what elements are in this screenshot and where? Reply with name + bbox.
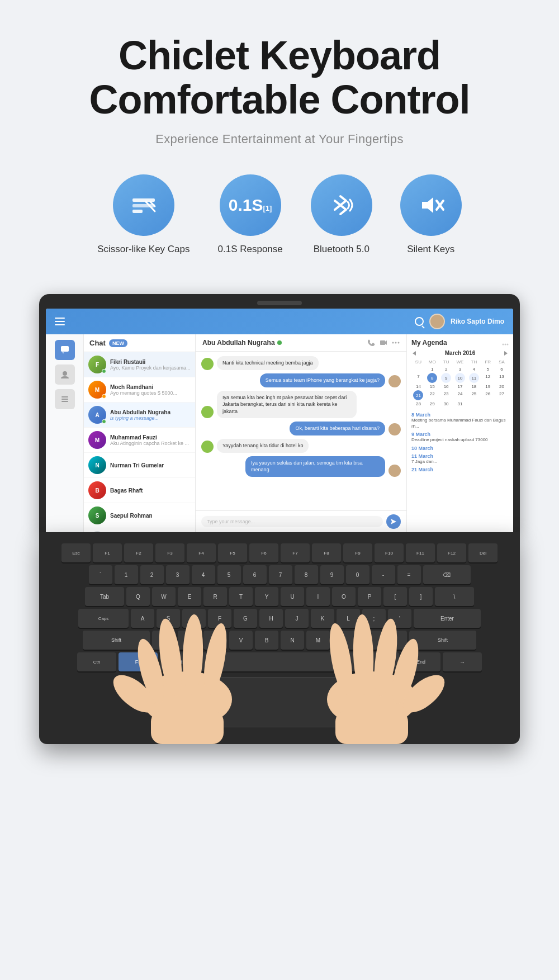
cal-d-4[interactable]: 3 xyxy=(453,366,467,373)
key-f11[interactable]: F11 xyxy=(406,543,435,562)
key-backtick[interactable]: ` xyxy=(89,565,112,584)
key-k[interactable]: K xyxy=(311,609,334,628)
key-f10[interactable]: F10 xyxy=(375,543,404,562)
key-shift-right[interactable]: Shift xyxy=(409,631,476,650)
cal-d-2[interactable]: 1 xyxy=(425,366,439,373)
key-semicolon[interactable]: ; xyxy=(362,609,386,628)
key-backspace[interactable]: ⌫ xyxy=(423,565,471,584)
key-f7[interactable]: F7 xyxy=(281,543,310,562)
chat-item-2[interactable]: M Moch Ramdhani Ayo memang quotes $ 5000… xyxy=(84,377,195,403)
key-v[interactable]: V xyxy=(229,631,253,650)
key-c[interactable]: C xyxy=(203,631,227,650)
key-s[interactable]: S xyxy=(157,609,180,628)
cal-d-21[interactable]: 20 xyxy=(495,383,509,390)
key-alt-left[interactable]: Alt xyxy=(160,652,199,671)
key-l[interactable]: L xyxy=(337,609,360,628)
key-3[interactable]: 3 xyxy=(166,565,190,584)
key-comma[interactable]: , xyxy=(332,631,356,650)
key-quote[interactable]: ' xyxy=(388,609,411,628)
key-q[interactable]: Q xyxy=(126,587,150,606)
cal-d-25[interactable]: 24 xyxy=(453,390,467,400)
key-0[interactable]: 0 xyxy=(346,565,369,584)
cal-d-17[interactable]: 16 xyxy=(439,383,453,390)
key-m[interactable]: M xyxy=(306,631,330,650)
key-fn[interactable]: Fn xyxy=(119,652,158,671)
key-r[interactable]: R xyxy=(203,587,227,606)
key-a[interactable]: A xyxy=(131,609,154,628)
cal-d-27[interactable]: 26 xyxy=(481,390,495,400)
cal-d-24[interactable]: 23 xyxy=(439,390,453,400)
cal-d-19[interactable]: 18 xyxy=(467,383,481,390)
key-end[interactable]: End xyxy=(401,652,440,671)
key-f4[interactable]: F4 xyxy=(187,543,216,562)
key-delete[interactable]: Del xyxy=(468,543,498,562)
key-lbracket[interactable]: [ xyxy=(383,587,407,606)
chat-item-3[interactable]: A Abu Abdullah Nugraha is typing a messa… xyxy=(84,403,195,428)
cal-d-31[interactable]: 30 xyxy=(439,400,453,408)
key-equals[interactable]: = xyxy=(397,565,421,584)
cal-d-11[interactable]: 10 xyxy=(455,373,465,383)
key-h[interactable]: H xyxy=(259,609,283,628)
key-space[interactable] xyxy=(201,652,358,671)
chat-input-placeholder[interactable]: Type your message... xyxy=(201,516,383,527)
cal-d-26[interactable]: 25 xyxy=(467,390,481,400)
key-arrow[interactable]: → xyxy=(443,652,482,671)
key-f8[interactable]: F8 xyxy=(312,543,341,562)
chat-item-7[interactable]: S Saepul Rohman xyxy=(84,503,195,528)
cal-d-32[interactable]: 31 xyxy=(453,400,467,408)
cal-d-5[interactable]: 4 xyxy=(467,366,481,373)
key-enter[interactable]: Enter xyxy=(414,609,481,628)
key-shift-left[interactable]: Shift xyxy=(83,631,150,650)
key-e[interactable]: E xyxy=(178,587,201,606)
chat-item-6[interactable]: B Bagas Rhaft xyxy=(84,478,195,503)
cal-d-12[interactable]: 11 xyxy=(469,373,479,383)
cal-d-1[interactable] xyxy=(411,366,425,373)
key-f12[interactable]: F12 xyxy=(437,543,466,562)
key-capslock[interactable]: Caps xyxy=(78,609,129,628)
key-g[interactable]: G xyxy=(234,609,257,628)
key-6[interactable]: 6 xyxy=(243,565,267,584)
key-9[interactable]: 9 xyxy=(320,565,344,584)
cal-d-20[interactable]: 19 xyxy=(481,383,495,390)
key-d[interactable]: D xyxy=(182,609,206,628)
key-5[interactable]: 5 xyxy=(217,565,241,584)
key-u[interactable]: U xyxy=(281,587,304,606)
key-f2[interactable]: F2 xyxy=(124,543,153,562)
key-tab[interactable]: Tab xyxy=(85,587,124,606)
key-alt-right[interactable]: Alt xyxy=(360,652,399,671)
key-z[interactable]: Z xyxy=(152,631,176,650)
key-n[interactable]: N xyxy=(281,631,304,650)
key-control[interactable]: Ctrl xyxy=(77,652,116,671)
key-rbracket[interactable]: ] xyxy=(409,587,433,606)
trackpad[interactable] xyxy=(218,677,341,727)
key-f1[interactable]: F1 xyxy=(93,543,122,562)
cal-d-28[interactable]: 27 xyxy=(495,390,509,400)
cal-d-8[interactable]: 7 xyxy=(411,373,425,383)
key-f[interactable]: F xyxy=(208,609,231,628)
key-1[interactable]: 1 xyxy=(115,565,138,584)
key-w[interactable]: W xyxy=(152,587,176,606)
key-2[interactable]: 2 xyxy=(140,565,164,584)
key-i[interactable]: I xyxy=(306,587,330,606)
key-7[interactable]: 7 xyxy=(269,565,292,584)
key-8[interactable]: 8 xyxy=(295,565,318,584)
chat-item-1[interactable]: F Fikri Rustauii Ayo, Kamu Proyek dan ke… xyxy=(84,352,195,377)
cal-d-23[interactable]: 22 xyxy=(425,390,439,400)
key-minus[interactable]: - xyxy=(372,565,395,584)
key-4[interactable]: 4 xyxy=(192,565,215,584)
key-o[interactable]: O xyxy=(332,587,356,606)
cal-d-14[interactable]: 13 xyxy=(495,373,509,383)
key-p[interactable]: P xyxy=(358,587,381,606)
key-t[interactable]: T xyxy=(229,587,253,606)
key-x[interactable]: X xyxy=(178,631,201,650)
key-backslash[interactable]: \ xyxy=(435,587,474,606)
key-period[interactable]: . xyxy=(358,631,381,650)
cal-d-10[interactable]: 9 xyxy=(441,373,451,383)
next-month-icon[interactable] xyxy=(503,351,509,356)
cal-d-3[interactable]: 2 xyxy=(439,366,453,373)
key-y[interactable]: Y xyxy=(255,587,278,606)
key-f6[interactable]: F6 xyxy=(249,543,278,562)
prev-month-icon[interactable] xyxy=(411,351,417,356)
key-f3[interactable]: F3 xyxy=(155,543,184,562)
cal-d-15[interactable]: 14 xyxy=(411,383,425,390)
